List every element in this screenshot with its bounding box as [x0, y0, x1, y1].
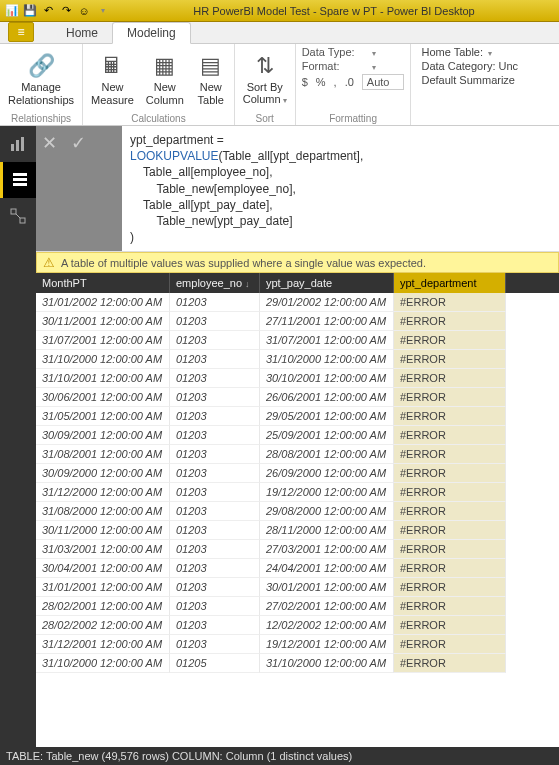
table-cell: 01203: [170, 369, 260, 388]
sort-by-column-button[interactable]: ⇅ Sort By Column: [241, 50, 289, 108]
comma-button[interactable]: ,: [334, 76, 337, 88]
col-header-monthpt[interactable]: MonthPT: [36, 273, 170, 293]
undo-icon[interactable]: ↶: [40, 3, 56, 19]
table-row[interactable]: 31/10/2000 12:00:00 AM0120331/10/2000 12…: [36, 350, 559, 369]
smiley-icon[interactable]: ☺: [76, 3, 92, 19]
decimal-places-input[interactable]: Auto: [362, 74, 405, 90]
new-measure-button[interactable]: 🖩 New Measure: [89, 50, 136, 107]
table-row[interactable]: 31/10/2001 12:00:00 AM0120330/10/2001 12…: [36, 369, 559, 388]
table-cell: 30/09/2000 12:00:00 AM: [36, 464, 170, 483]
table-row[interactable]: 31/01/2001 12:00:00 AM0120330/01/2001 12…: [36, 578, 559, 597]
table-row[interactable]: 30/06/2001 12:00:00 AM0120326/06/2001 12…: [36, 388, 559, 407]
column-icon: ▦: [150, 52, 180, 80]
table-cell: 27/11/2001 12:00:00 AM: [260, 312, 394, 331]
table-row[interactable]: 28/02/2001 12:00:00 AM0120327/02/2001 12…: [36, 597, 559, 616]
table-row[interactable]: 31/12/2001 12:00:00 AM0120319/12/2001 12…: [36, 635, 559, 654]
table-cell: 31/08/2000 12:00:00 AM: [36, 502, 170, 521]
table-cell: 31/10/2000 12:00:00 AM: [36, 654, 170, 673]
table-row[interactable]: 31/08/2001 12:00:00 AM0120328/08/2001 12…: [36, 445, 559, 464]
svg-rect-5: [13, 183, 27, 186]
file-menu-button[interactable]: ≡: [8, 22, 34, 42]
accept-formula-icon[interactable]: ✓: [71, 132, 86, 154]
table-cell: 01205: [170, 654, 260, 673]
table-cell: 24/04/2001 12:00:00 AM: [260, 559, 394, 578]
table-row[interactable]: 31/03/2001 12:00:00 AM0120327/03/2001 12…: [36, 540, 559, 559]
table-row[interactable]: 31/08/2000 12:00:00 AM0120329/08/2000 12…: [36, 502, 559, 521]
tab-home[interactable]: Home: [52, 23, 112, 43]
data-view-button[interactable]: [0, 162, 36, 198]
table-row[interactable]: 31/07/2001 12:00:00 AM0120331/07/2001 12…: [36, 331, 559, 350]
table-cell: #ERROR: [394, 426, 506, 445]
table-row[interactable]: 28/02/2002 12:00:00 AM0120312/02/2002 12…: [36, 616, 559, 635]
table-cell: 31/07/2001 12:00:00 AM: [260, 331, 394, 350]
home-table-dropdown[interactable]: [486, 46, 492, 58]
table-row[interactable]: 31/12/2000 12:00:00 AM0120319/12/2000 12…: [36, 483, 559, 502]
table-row[interactable]: 30/09/2001 12:00:00 AM0120325/09/2001 12…: [36, 426, 559, 445]
report-view-button[interactable]: [0, 126, 36, 162]
redo-icon[interactable]: ↷: [58, 3, 74, 19]
col-header-employee-no[interactable]: employee_no↓: [170, 273, 260, 293]
qat-dropdown-icon[interactable]: [94, 3, 110, 19]
col-header-ypt-pay-date[interactable]: ypt_pay_date: [260, 273, 394, 293]
table-cell: 01203: [170, 331, 260, 350]
table-cell: #ERROR: [394, 445, 506, 464]
table-cell: 31/05/2001 12:00:00 AM: [36, 407, 170, 426]
table-cell: 01203: [170, 483, 260, 502]
table-cell: 31/07/2001 12:00:00 AM: [36, 331, 170, 350]
table-row[interactable]: 31/01/2002 12:00:00 AM0120329/01/2002 12…: [36, 293, 559, 312]
table-cell: 26/09/2000 12:00:00 AM: [260, 464, 394, 483]
tab-modeling[interactable]: Modeling: [112, 22, 191, 44]
table-row[interactable]: 30/04/2001 12:00:00 AM0120324/04/2001 12…: [36, 559, 559, 578]
new-table-button[interactable]: ▤ New Table: [194, 50, 228, 107]
table-cell: #ERROR: [394, 502, 506, 521]
datatype-dropdown[interactable]: [370, 46, 376, 58]
table-cell: 28/02/2001 12:00:00 AM: [36, 597, 170, 616]
table-cell: 29/01/2002 12:00:00 AM: [260, 293, 394, 312]
table-cell: #ERROR: [394, 350, 506, 369]
data-grid: MonthPT employee_no↓ ypt_pay_date ypt_de…: [36, 273, 559, 747]
model-view-button[interactable]: [0, 198, 36, 234]
formula-buttons: ✕ ✓: [36, 126, 122, 251]
cancel-formula-icon[interactable]: ✕: [42, 132, 57, 154]
percent-button[interactable]: %: [316, 76, 326, 88]
window-title: HR PowerBI Model Test - Spare w PT - Pow…: [113, 5, 555, 17]
table-cell: 31/10/2000 12:00:00 AM: [260, 654, 394, 673]
table-cell: 28/02/2002 12:00:00 AM: [36, 616, 170, 635]
new-column-button[interactable]: ▦ New Column: [144, 50, 186, 107]
decimal-button[interactable]: .0: [345, 76, 354, 88]
formula-editor[interactable]: ypt_department = LOOKUPVALUE(Table_all[y…: [122, 126, 559, 251]
table-row[interactable]: 31/10/2000 12:00:00 AM0120531/10/2000 12…: [36, 654, 559, 673]
table-cell: 28/08/2001 12:00:00 AM: [260, 445, 394, 464]
svg-rect-2: [21, 137, 24, 151]
manage-relationships-button[interactable]: 🔗 Manage Relationships: [6, 50, 76, 107]
data-category-label[interactable]: Data Category: Unc: [421, 60, 518, 72]
table-row[interactable]: 31/05/2001 12:00:00 AM0120329/05/2001 12…: [36, 407, 559, 426]
app-icon: 📊: [4, 3, 20, 19]
table-cell: 31/08/2001 12:00:00 AM: [36, 445, 170, 464]
format-dropdown[interactable]: [370, 60, 376, 72]
ribbon-tabs: ≡ Home Modeling: [0, 22, 559, 44]
table-cell: #ERROR: [394, 483, 506, 502]
table-cell: #ERROR: [394, 331, 506, 350]
currency-button[interactable]: $: [302, 76, 308, 88]
table-cell: 01203: [170, 502, 260, 521]
formula-bar: ✕ ✓ ypt_department = LOOKUPVALUE(Table_a…: [36, 126, 559, 252]
group-relationships: 🔗 Manage Relationships Relationships: [0, 44, 83, 125]
table-cell: 01203: [170, 312, 260, 331]
titlebar: 📊 💾 ↶ ↷ ☺ HR PowerBI Model Test - Spare …: [0, 0, 559, 22]
table-icon: ▤: [196, 52, 226, 80]
table-cell: #ERROR: [394, 293, 506, 312]
status-bar: TABLE: Table_new (49,576 rows) COLUMN: C…: [0, 747, 559, 765]
col-header-ypt-department[interactable]: ypt_department: [394, 273, 506, 293]
table-cell: 01203: [170, 597, 260, 616]
home-table-label: Home Table:: [421, 46, 483, 58]
table-cell: 27/02/2001 12:00:00 AM: [260, 597, 394, 616]
table-cell: 29/08/2000 12:00:00 AM: [260, 502, 394, 521]
table-cell: #ERROR: [394, 654, 506, 673]
group-formatting: Data Type: Format: $ % , .0 Auto Formatt…: [296, 44, 412, 125]
table-row[interactable]: 30/09/2000 12:00:00 AM0120326/09/2000 12…: [36, 464, 559, 483]
default-summarization-label[interactable]: Default Summarize: [421, 74, 515, 86]
table-row[interactable]: 30/11/2000 12:00:00 AM0120328/11/2000 12…: [36, 521, 559, 540]
save-icon[interactable]: 💾: [22, 3, 38, 19]
table-row[interactable]: 30/11/2001 12:00:00 AM0120327/11/2001 12…: [36, 312, 559, 331]
